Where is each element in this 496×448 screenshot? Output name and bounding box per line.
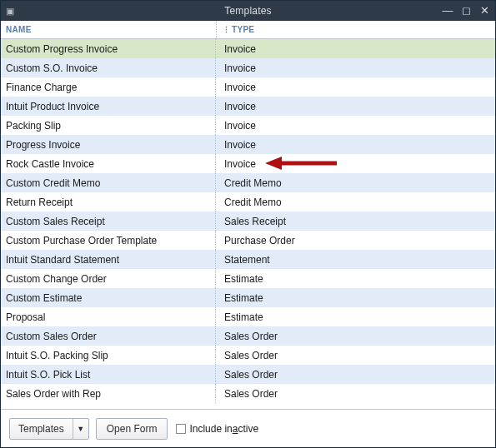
cell-type-text: Sales Order (224, 388, 278, 400)
cell-type-text: Sales Order (224, 350, 278, 361)
cell-type-text: Estimate (224, 273, 263, 285)
cell-name: Custom Change Order (1, 269, 216, 288)
table-row[interactable]: Intuit Standard StatementStatement (1, 250, 495, 269)
cell-name: Custom Sales Receipt (1, 212, 216, 231)
cell-type-text: Invoice (224, 120, 256, 132)
close-button[interactable]: ✕ (477, 4, 492, 17)
table-row[interactable]: Custom EstimateEstimate (1, 288, 495, 307)
window-controls: — ◻ ✕ (440, 1, 492, 21)
minimize-button[interactable]: — (440, 4, 455, 17)
chevron-down-icon[interactable]: ▼ (73, 425, 88, 433)
checkbox-box[interactable] (176, 424, 186, 434)
table-row[interactable]: Return ReceiptCredit Memo (1, 192, 495, 212)
cell-type-text: Statement (224, 254, 270, 266)
cell-name: Proposal (1, 307, 216, 326)
templates-window: ▣ Templates — ◻ ✕ NAME ⋮ TYPE Custom Pro… (0, 0, 496, 448)
cell-name-text: Custom Sales Order (6, 331, 97, 342)
cell-type-text: Invoice (224, 62, 256, 74)
column-header-name-label: NAME (6, 25, 32, 34)
table-row[interactable]: Custom Credit MemoCredit Memo (1, 173, 495, 192)
cell-type: Estimate (216, 311, 495, 323)
cell-type: Credit Memo (216, 197, 495, 208)
maximize-button[interactable]: ◻ (458, 4, 473, 17)
cell-type-text: Credit Memo (224, 177, 282, 189)
cell-type: Invoice (216, 158, 495, 170)
cell-name: Intuit S.O. Pick List (1, 365, 216, 384)
table-row[interactable]: Progress InvoiceInvoice (1, 135, 495, 154)
table-row[interactable]: Finance ChargeInvoice (1, 77, 495, 97)
cell-name-text: Custom Estimate (6, 292, 82, 304)
cell-name-text: Custom Progress Invoice (6, 43, 118, 55)
cell-type-text: Purchase Order (224, 235, 295, 246)
open-form-button[interactable]: Open Form (96, 418, 168, 440)
cell-type: Estimate (216, 273, 495, 285)
cell-name-text: Progress Invoice (6, 139, 80, 151)
cell-type-text: Invoice (224, 82, 256, 93)
table-row[interactable]: Custom Sales ReceiptSales Receipt (1, 212, 495, 231)
include-inactive-checkbox[interactable]: Include inactive (176, 423, 258, 435)
table-row[interactable]: Custom Progress InvoiceInvoice (1, 39, 495, 58)
column-splitter-icon[interactable]: ⋮ (223, 26, 229, 34)
cell-name: Packing Slip (1, 116, 216, 135)
cell-type-text: Credit Memo (224, 197, 282, 208)
cell-type: Sales Order (216, 369, 495, 381)
cell-type: Credit Memo (216, 177, 495, 189)
cell-name-text: Intuit S.O. Packing Slip (6, 350, 108, 361)
table-row[interactable]: Packing SlipInvoice (1, 116, 495, 135)
cell-type: Sales Receipt (216, 216, 495, 227)
cell-name-text: Custom Purchase Order Template (6, 235, 157, 246)
cell-type-text: Estimate (224, 311, 263, 323)
cell-name: Custom Progress Invoice (1, 39, 216, 58)
cell-name: Custom Estimate (1, 288, 216, 307)
table-row[interactable]: Custom Sales OrderSales Order (1, 326, 495, 346)
table-row[interactable]: Rock Castle InvoiceInvoice (1, 154, 495, 173)
table-row[interactable]: Custom Purchase Order TemplatePurchase O… (1, 231, 495, 250)
cell-name-text: Proposal (6, 311, 45, 323)
column-header-name[interactable]: NAME (1, 25, 216, 34)
titlebar: ▣ Templates — ◻ ✕ (1, 1, 495, 21)
cell-name: Rock Castle Invoice (1, 154, 216, 173)
cell-name: Custom S.O. Invoice (1, 58, 216, 77)
cell-name: Progress Invoice (1, 135, 216, 154)
cell-name-text: Custom Sales Receipt (6, 216, 105, 227)
include-inactive-label: Include inactive (189, 423, 258, 435)
cell-type: Statement (216, 254, 495, 266)
footer-bar: Templates ▼ Open Form Include inactive (1, 409, 495, 447)
cell-type-text: Sales Order (224, 369, 278, 381)
column-header-type[interactable]: ⋮ TYPE (216, 21, 495, 38)
templates-grid[interactable]: Custom Progress InvoiceInvoiceCustom S.O… (1, 39, 495, 409)
table-row[interactable]: Intuit S.O. Packing SlipSales Order (1, 346, 495, 365)
cell-name-text: Intuit Standard Statement (6, 254, 119, 266)
cell-type: Invoice (216, 43, 495, 55)
window-title: Templates (1, 5, 495, 17)
cell-name: Sales Order with Rep (1, 384, 216, 403)
cell-name: Return Receipt (1, 192, 216, 212)
cell-name: Custom Credit Memo (1, 173, 216, 192)
table-row[interactable]: Sales Order with RepSales Order (1, 384, 495, 403)
cell-type: Sales Order (216, 331, 495, 342)
cell-type-text: Sales Order (224, 331, 278, 342)
cell-type: Purchase Order (216, 235, 495, 246)
cell-name-text: Intuit Product Invoice (6, 101, 99, 112)
cell-name-text: Sales Order with Rep (6, 388, 101, 400)
cell-name-text: Custom Change Order (6, 273, 107, 285)
cell-type: Sales Order (216, 388, 495, 400)
cell-name: Finance Charge (1, 77, 216, 97)
cell-name: Custom Sales Order (1, 326, 216, 346)
table-row[interactable]: Intuit S.O. Pick ListSales Order (1, 365, 495, 384)
table-row[interactable]: Custom S.O. InvoiceInvoice (1, 58, 495, 77)
column-header-type-label: TYPE (232, 25, 254, 34)
cell-name-text: Intuit S.O. Pick List (6, 369, 90, 381)
cell-name-text: Packing Slip (6, 120, 61, 132)
cell-type-text: Invoice (224, 43, 256, 55)
cell-type: Invoice (216, 62, 495, 74)
window-menu-icon[interactable]: ▣ (1, 6, 19, 17)
templates-menu-button[interactable]: Templates ▼ (9, 418, 89, 440)
table-row[interactable]: Intuit Product InvoiceInvoice (1, 97, 495, 116)
table-row[interactable]: Custom Change OrderEstimate (1, 269, 495, 288)
cell-type-text: Invoice (224, 139, 256, 151)
cell-type: Invoice (216, 101, 495, 112)
cell-name-text: Finance Charge (6, 82, 77, 93)
table-row[interactable]: ProposalEstimate (1, 307, 495, 326)
templates-menu-button-label: Templates (10, 419, 73, 439)
